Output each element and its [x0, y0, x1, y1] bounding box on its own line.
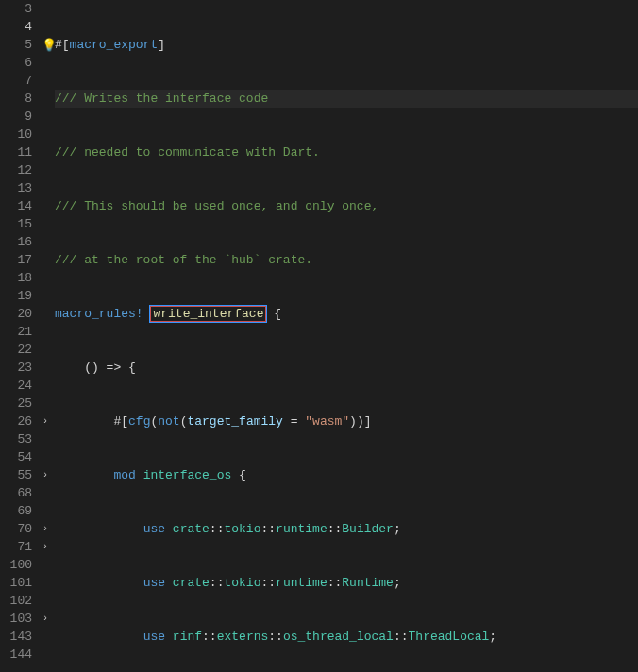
code-area[interactable]: 💡#[macro_export] /// Writes the interfac… — [55, 0, 638, 672]
line-number: 68 — [0, 484, 32, 502]
line-number: 9 — [0, 108, 32, 126]
line-number: 19 — [0, 287, 32, 305]
line-number: 20 — [0, 305, 32, 323]
line-number: 17 — [0, 251, 32, 269]
lightbulb-icon[interactable]: 💡 — [42, 37, 55, 50]
line-number: 18 — [0, 269, 32, 287]
line-number: 24 — [0, 377, 32, 395]
fold-collapsed-icon[interactable]: › — [40, 610, 51, 621]
line-number: 10 — [0, 126, 32, 143]
line-number: 22 — [0, 341, 32, 359]
line-number: 71 — [0, 538, 32, 556]
fold-collapsed-icon[interactable]: › — [40, 520, 51, 531]
line-number: 3 — [0, 0, 32, 18]
code-editor[interactable]: 3 4 5 6 7 8 9 10 11 12 13 14 15 16 17 18… — [0, 0, 638, 672]
line-number: 70 — [0, 520, 32, 538]
code-line[interactable]: 💡#[macro_export] — [55, 36, 638, 54]
code-line[interactable]: #[cfg(not(target_family = "wasm"))] — [55, 412, 638, 430]
line-number: 13 — [0, 179, 32, 197]
line-number-gutter: 3 4 5 6 7 8 9 10 11 12 13 14 15 16 17 18… — [0, 0, 38, 672]
line-number: 8 — [0, 90, 32, 108]
code-line[interactable]: /// needed to communicate with Dart. — [55, 143, 638, 161]
line-number: 14 — [0, 197, 32, 215]
line-number: 103 — [0, 610, 32, 628]
code-line[interactable]: mod interface_os { — [55, 466, 638, 484]
fold-collapsed-icon[interactable]: › — [40, 538, 51, 549]
code-line[interactable]: /// at the root of the `hub` crate. — [55, 251, 638, 269]
code-line[interactable]: use crate::tokio::runtime::Builder; — [55, 520, 638, 538]
line-number: 11 — [0, 143, 32, 161]
line-number: 55 — [0, 466, 32, 484]
line-number: 4 — [0, 18, 32, 36]
line-number: 53 — [0, 430, 32, 448]
line-number: 23 — [0, 359, 32, 377]
code-line[interactable]: use rinf::externs::os_thread_local::Thre… — [55, 628, 638, 646]
macro-name: write_interface — [150, 306, 266, 322]
line-number: 5 — [0, 36, 32, 54]
line-number: 100 — [0, 556, 32, 574]
line-number: 21 — [0, 323, 32, 341]
line-number: 25 — [0, 395, 32, 412]
line-number: 54 — [0, 448, 32, 466]
code-line[interactable]: use crate::tokio::runtime::Runtime; — [55, 574, 638, 592]
code-line[interactable]: macro_rules! write_interface { — [55, 305, 638, 323]
line-number: 69 — [0, 502, 32, 520]
code-line[interactable]: /// Writes the interface code — [55, 90, 638, 108]
line-number: 7 — [0, 72, 32, 90]
line-number: 12 — [0, 161, 32, 179]
line-number: 6 — [0, 54, 32, 72]
fold-collapsed-icon[interactable]: › — [40, 412, 51, 424]
code-line[interactable]: () => { — [55, 359, 638, 377]
line-number: 144 — [0, 646, 32, 664]
fold-collapsed-icon[interactable]: › — [40, 466, 51, 478]
line-number: 15 — [0, 215, 32, 233]
line-number: 102 — [0, 592, 32, 610]
line-number: 16 — [0, 233, 32, 251]
line-number: 101 — [0, 574, 32, 592]
line-number: 26 — [0, 412, 32, 430]
fold-column: › › › › › — [38, 0, 55, 672]
code-line[interactable]: /// This should be used once, and only o… — [55, 197, 638, 215]
line-number: 143 — [0, 628, 32, 646]
